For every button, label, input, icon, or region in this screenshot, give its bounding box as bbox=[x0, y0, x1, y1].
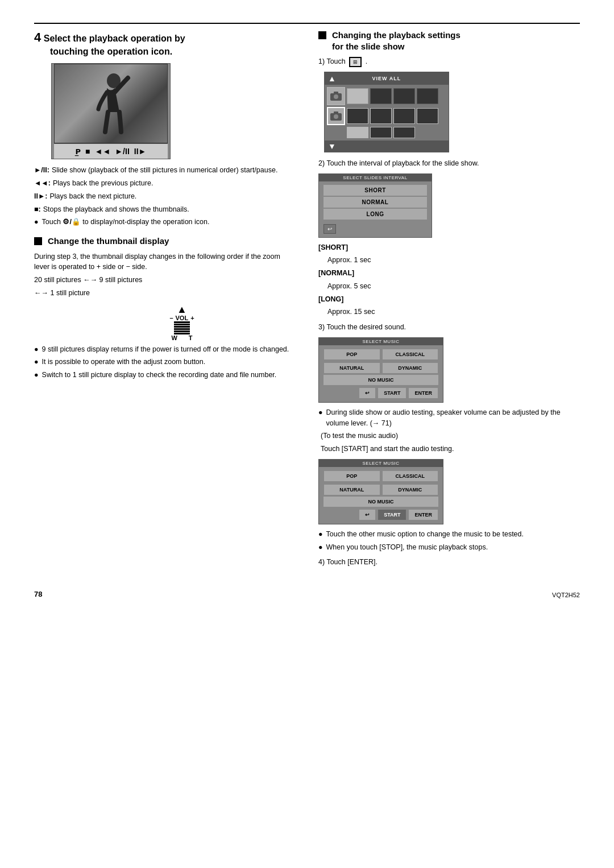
spacer-row3 bbox=[327, 129, 345, 137]
thumb-10 bbox=[370, 127, 392, 138]
music2-back-btn[interactable]: ↩ bbox=[359, 509, 376, 520]
music2-no-music-btn[interactable]: NO MUSIC bbox=[323, 497, 438, 507]
music-pop-btn[interactable]: POP bbox=[323, 349, 380, 360]
vol-minus: – bbox=[169, 315, 173, 321]
touch-display-text: Touch ⚙/🔒 to display/not-display the ope… bbox=[42, 217, 210, 228]
play-icon[interactable]: P̲ bbox=[76, 147, 81, 156]
interval-option-short[interactable]: SHORT bbox=[323, 185, 427, 196]
step2-row: 2) Touch the interval of playback for th… bbox=[318, 158, 580, 169]
vol-w-label: W bbox=[171, 334, 177, 341]
interval-screen: SELECT SLIDES INTERVAL SHORT NORMAL LONG… bbox=[318, 173, 432, 238]
interval-option-long[interactable]: LONG bbox=[323, 209, 427, 220]
music-dynamic-btn[interactable]: DYNAMIC bbox=[382, 362, 439, 374]
nav-down-row: ▼ bbox=[325, 140, 449, 152]
camera-icon bbox=[330, 92, 342, 101]
note-zoom-text: It is possible to operate with the adjus… bbox=[42, 357, 206, 367]
step1-label: 1) bbox=[318, 57, 325, 65]
music-enter-btn[interactable]: ENTER bbox=[408, 387, 438, 399]
thumbnail-steps-line2: ←→ 1 still picture bbox=[34, 288, 296, 299]
note-power-off-text: 9 still pictures display returns if the … bbox=[42, 344, 289, 355]
music-note-start: Touch [START] and start the audio testin… bbox=[318, 444, 580, 454]
bullet-dot-3: ● bbox=[34, 370, 39, 381]
thumb-9 bbox=[347, 127, 368, 138]
interval-back-button[interactable]: ↩ bbox=[323, 224, 336, 234]
music-note-1-text: During slide show or audio testing, spea… bbox=[326, 407, 580, 429]
thumbnail-section-title-row: Change the thumbnail display bbox=[34, 235, 296, 247]
music2-natural-btn[interactable]: NATURAL bbox=[323, 484, 380, 495]
note-switch-display: ● Switch to 1 still picture display to c… bbox=[34, 370, 296, 381]
music-natural-btn[interactable]: NATURAL bbox=[323, 362, 380, 374]
note-zoom-button: ● It is possible to operate with the adj… bbox=[34, 357, 296, 367]
music2-pop-btn[interactable]: POP bbox=[323, 470, 380, 482]
step2-label: 2) bbox=[318, 159, 325, 167]
selected-icon bbox=[330, 111, 342, 121]
music-note2-1: ● Touch the other music option to change… bbox=[318, 529, 580, 540]
music-note-1: ● During slide show or audio testing, sp… bbox=[318, 407, 580, 429]
touch-icon-step1[interactable]: ⊞ bbox=[349, 57, 362, 67]
step1-row: 1) Touch ⊞ . bbox=[318, 56, 580, 67]
thumbnail-body-text: During step 3, the thumbnail display cha… bbox=[34, 251, 296, 273]
vol-bar bbox=[174, 321, 190, 334]
bullet-label-stop: ■: bbox=[34, 204, 41, 215]
person-silhouette bbox=[88, 72, 134, 135]
playback-settings-title: Changing the playback settings for the s… bbox=[332, 30, 460, 52]
music-screen-1: SELECT MUSIC POP CLASSICAL NATURAL DYNAM… bbox=[318, 337, 443, 403]
bullet-label-prev: ◄◄: bbox=[34, 178, 51, 189]
step1-period: . bbox=[366, 57, 367, 65]
playback-settings-line2: for the slide show bbox=[332, 42, 405, 51]
vol-up-arrow: ▲ bbox=[177, 304, 187, 315]
play-pause-icon[interactable]: ►/II bbox=[115, 147, 130, 156]
next-icon[interactable]: II► bbox=[134, 147, 147, 156]
thumb-5 bbox=[347, 108, 368, 124]
square-bullet-icon-right bbox=[318, 31, 326, 39]
music-classical-btn[interactable]: CLASSICAL bbox=[382, 349, 439, 360]
music-no-music-btn[interactable]: NO MUSIC bbox=[323, 375, 438, 385]
step-heading-line1: Select the playback operation by bbox=[44, 34, 185, 43]
interval-screen-title: SELECT SLIDES INTERVAL bbox=[319, 174, 432, 181]
music2-enter-btn[interactable]: ENTER bbox=[408, 509, 438, 520]
svg-point-5 bbox=[334, 114, 338, 119]
normal-desc: Approx. 5 sec bbox=[318, 281, 580, 292]
music-screen1-title: SELECT MUSIC bbox=[319, 338, 443, 345]
view-all-header: ▲ VIEW ALL bbox=[325, 72, 449, 85]
note-power-off: ● 9 still pictures display returns if th… bbox=[34, 344, 296, 355]
page-number: 78 bbox=[34, 590, 42, 598]
prev-icon[interactable]: ◄◄ bbox=[95, 147, 111, 156]
square-bullet-icon bbox=[34, 237, 42, 245]
vol-label: – VOL + bbox=[169, 315, 194, 321]
step-number: 4 bbox=[34, 30, 41, 44]
two-column-layout: 4 Select the playback operation by touch… bbox=[34, 30, 580, 570]
round-bullet-icon: ● bbox=[34, 217, 39, 228]
music-options-2: POP CLASSICAL NATURAL DYNAMIC NO MUSIC ↩… bbox=[319, 467, 443, 524]
thumb-row-2 bbox=[327, 107, 446, 125]
left-column: 4 Select the playback operation by touch… bbox=[34, 30, 296, 570]
music-screen2-title: SELECT MUSIC bbox=[319, 460, 443, 467]
music2-classical-btn[interactable]: CLASSICAL bbox=[382, 470, 439, 482]
music2-dynamic-btn[interactable]: DYNAMIC bbox=[382, 484, 439, 495]
stop-icon[interactable]: ■ bbox=[85, 147, 90, 156]
step-heading-line2: touching the operation icon. bbox=[34, 47, 172, 56]
bullet-dot-m3: ● bbox=[318, 542, 323, 553]
music-back-btn[interactable]: ↩ bbox=[359, 387, 376, 399]
interval-options-list: SHORT NORMAL LONG bbox=[319, 181, 432, 222]
model-number: VQT2H52 bbox=[552, 592, 580, 598]
music2-row-1: POP CLASSICAL bbox=[321, 469, 441, 483]
touch-display-note: ● Touch ⚙/🔒 to display/not-display the o… bbox=[34, 217, 296, 228]
bullet-text-next: Plays back the next picture. bbox=[49, 191, 136, 202]
thumb-8 bbox=[417, 108, 438, 124]
vol-stripe-4 bbox=[174, 328, 190, 330]
music-notes: ● During slide show or audio testing, sp… bbox=[318, 407, 580, 454]
music-notes-2: ● Touch the other music option to change… bbox=[318, 529, 580, 553]
svg-point-2 bbox=[334, 94, 338, 99]
step4-text: Touch [ENTER]. bbox=[326, 558, 377, 566]
music-start-btn[interactable]: START bbox=[377, 387, 406, 399]
nav-down-arrow: ▼ bbox=[328, 142, 445, 151]
interval-option-normal[interactable]: NORMAL bbox=[323, 197, 427, 208]
thumb-7 bbox=[393, 108, 415, 124]
thumb-3 bbox=[393, 88, 415, 104]
playback-controls-bar: P̲ ■ ◄◄ ►/II II► bbox=[54, 143, 168, 159]
music2-start-btn[interactable]: START bbox=[377, 509, 406, 520]
music2-row-2: NATURAL DYNAMIC bbox=[321, 483, 441, 497]
vol-stripe-1 bbox=[174, 321, 190, 323]
step4-row: 4) Touch [ENTER]. bbox=[318, 557, 580, 568]
